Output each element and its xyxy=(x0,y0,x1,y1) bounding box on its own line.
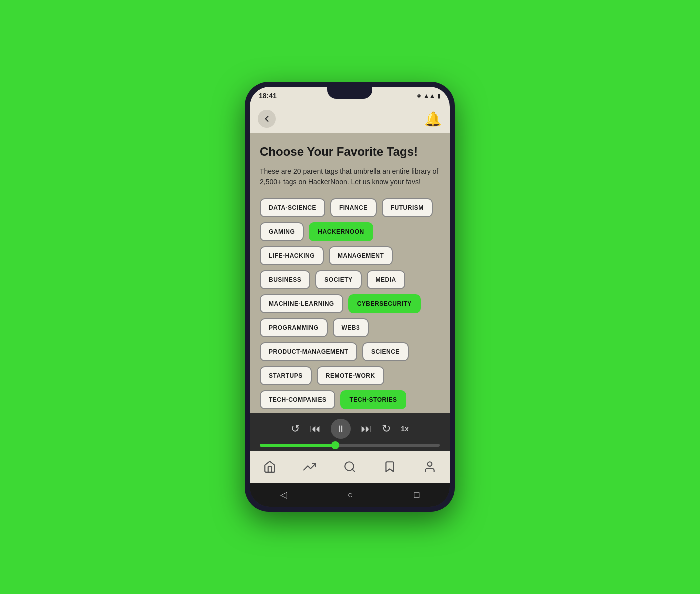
page-description: These are 20 parent tags that umbrella a… xyxy=(260,166,440,188)
battery-icon: ▮ xyxy=(438,92,441,100)
notification-bell-icon[interactable]: 🔔 xyxy=(424,111,442,128)
progress-fill xyxy=(260,444,336,447)
tag-life-hacking[interactable]: LIFE-HACKING xyxy=(260,246,324,266)
status-icons: ◈ ▲▲ ▮ xyxy=(417,92,441,100)
replay-button[interactable]: ↺ xyxy=(291,422,300,436)
bottom-nav xyxy=(250,451,450,483)
android-nav: ◁ ○ □ xyxy=(250,483,450,507)
android-home-button[interactable]: ○ xyxy=(348,490,354,500)
status-time: 18:41 xyxy=(259,92,277,100)
tags-grid: DATA-SCIENCEFINANCEFUTURISMGAMINGHACKERN… xyxy=(260,198,440,410)
nav-search[interactable] xyxy=(344,460,356,474)
nav-trending[interactable] xyxy=(304,460,316,474)
tag-web3[interactable]: WEB3 xyxy=(333,318,370,338)
android-recents-button[interactable]: □ xyxy=(414,490,420,500)
progress-bar[interactable] xyxy=(260,444,440,447)
svg-line-1 xyxy=(352,470,355,472)
tag-tech-stories[interactable]: TECH-STORIES xyxy=(340,390,406,410)
back-button[interactable] xyxy=(258,110,276,128)
notch xyxy=(328,87,372,99)
android-back-button[interactable]: ◁ xyxy=(280,490,288,500)
tag-data-science[interactable]: DATA-SCIENCE xyxy=(260,198,326,218)
signal-icon: ▲▲ xyxy=(424,92,436,100)
page-title: Choose Your Favorite Tags! xyxy=(260,145,440,160)
nav-profile[interactable] xyxy=(424,460,436,474)
svg-point-2 xyxy=(428,462,432,466)
tag-media[interactable]: MEDIA xyxy=(367,270,406,290)
tag-management[interactable]: MANAGEMENT xyxy=(329,246,393,266)
tag-startups[interactable]: STARTUPS xyxy=(260,366,312,386)
main-content: Choose Your Favorite Tags! These are 20 … xyxy=(250,133,450,413)
pause-button[interactable]: ⏸ xyxy=(331,419,351,439)
tag-gaming[interactable]: GAMING xyxy=(260,222,304,242)
tag-science[interactable]: SCIENCE xyxy=(362,342,409,362)
speed-label[interactable]: 1x xyxy=(401,425,409,433)
player-controls: ↺ ⏮ ⏸ ⏭ ↻ 1x xyxy=(260,419,440,439)
tag-business[interactable]: BUSINESS xyxy=(260,270,310,290)
tag-programming[interactable]: PROGRAMMING xyxy=(260,318,328,338)
forward-button[interactable]: ↻ xyxy=(382,422,391,436)
nav-home[interactable] xyxy=(264,460,276,474)
tag-futurism[interactable]: FUTURISM xyxy=(382,198,433,218)
tag-product-management[interactable]: PRODUCT-MANAGEMENT xyxy=(260,342,358,362)
tag-tech-companies[interactable]: TECH-COMPANIES xyxy=(260,390,336,410)
phone-screen: 18:41 ◈ ▲▲ ▮ 🔔 Choose Your Favorite Tags… xyxy=(250,87,450,507)
wifi-icon: ◈ xyxy=(417,92,422,100)
audio-player: ↺ ⏮ ⏸ ⏭ ↻ 1x xyxy=(250,413,450,451)
tag-hackernoon[interactable]: HACKERNOON xyxy=(309,222,373,242)
progress-thumb xyxy=(332,442,340,450)
nav-bookmarks[interactable] xyxy=(384,460,396,474)
next-button[interactable]: ⏭ xyxy=(361,422,372,436)
top-bar: 🔔 xyxy=(250,105,450,133)
tag-remote-work[interactable]: REMOTE-WORK xyxy=(317,366,384,386)
tag-cybersecurity[interactable]: CYBERSECURITY xyxy=(348,294,421,314)
tag-machine-learning[interactable]: MACHINE-LEARNING xyxy=(260,294,344,314)
tag-society[interactable]: SOCIETY xyxy=(316,270,362,290)
phone-frame: 18:41 ◈ ▲▲ ▮ 🔔 Choose Your Favorite Tags… xyxy=(245,82,455,512)
previous-button[interactable]: ⏮ xyxy=(310,422,321,436)
tag-finance[interactable]: FINANCE xyxy=(330,198,377,218)
